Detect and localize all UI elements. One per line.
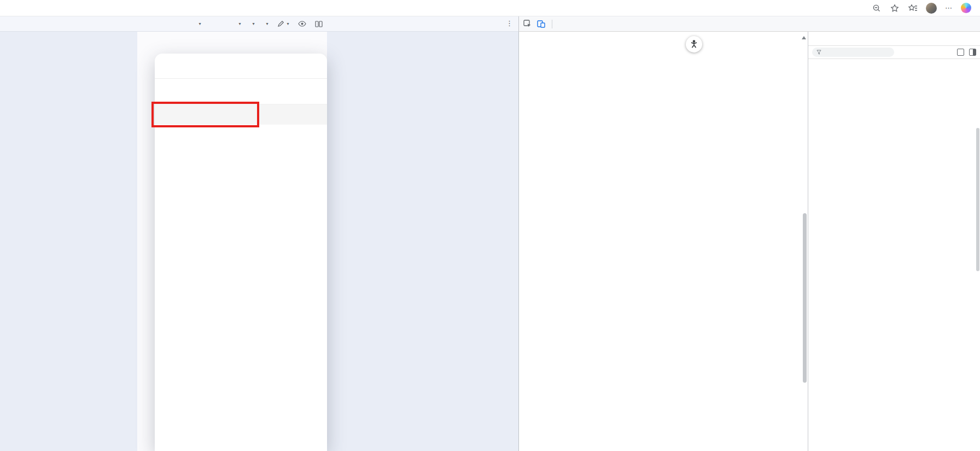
zoom-out-icon[interactable] (872, 3, 882, 13)
section-title (155, 104, 327, 125)
styles-toolbar (952, 49, 976, 56)
dual-screen-button[interactable] (315, 21, 323, 27)
throttling-select[interactable]: ▾ (249, 21, 254, 26)
divider (552, 20, 552, 28)
inspect-element-icon[interactable] (523, 20, 532, 28)
modal-header (155, 54, 327, 79)
browser-more-icon[interactable]: ⋯ (945, 4, 953, 12)
rendering-icon[interactable] (957, 49, 964, 56)
type-emulation-button[interactable]: ▾ (277, 20, 289, 27)
device-select[interactable]: ▾ (196, 21, 201, 26)
chevron-down-icon: ▾ (287, 21, 289, 26)
chevron-down-icon: ▾ (199, 21, 201, 26)
page-area (0, 32, 518, 451)
chevron-down-icon: ▾ (266, 21, 269, 26)
devtools-tool-icons (558, 16, 569, 31)
modal-tabs (155, 79, 327, 104)
styles-filter-bar (808, 46, 980, 59)
language-currency-modal (155, 54, 327, 451)
devtools-left-tools (519, 16, 558, 31)
styles-scrollbar[interactable] (976, 128, 979, 271)
favorites-bar-icon[interactable] (908, 3, 918, 13)
vision-deficiency-button[interactable] (298, 21, 306, 27)
copilot-icon[interactable] (961, 3, 971, 13)
chevron-down-icon: ▾ (252, 21, 254, 26)
elements-panel[interactable] (518, 32, 808, 451)
devtools-tabbar (518, 16, 980, 32)
chevron-down-icon: ▾ (238, 21, 241, 26)
device-toolbar-options-icon[interactable]: ⋮ (506, 19, 513, 27)
scrollbar-up-icon[interactable] (802, 36, 806, 39)
accessibility-focus-button[interactable] (686, 36, 702, 52)
main-row (0, 32, 980, 451)
device-toolbar-toggle-icon[interactable] (537, 20, 545, 28)
device-toolbar: ▾ ▾ ▾ ▾ ▾ ⋮ (0, 16, 518, 32)
sidebar-tab-strip (808, 32, 980, 46)
elements-scrollbar[interactable] (803, 213, 807, 383)
computed-sidebar-icon[interactable] (969, 49, 976, 56)
favorite-star-icon[interactable] (890, 3, 900, 13)
browser-top-bar: ⋯ (0, 0, 980, 16)
filter-input[interactable] (812, 48, 894, 57)
styles-panel (808, 32, 980, 451)
devtools-window-icons (965, 16, 980, 31)
save-data-select[interactable]: ▾ (264, 21, 269, 26)
sub-bar: ▾ ▾ ▾ ▾ ▾ ⋮ (0, 16, 980, 32)
zoom-select[interactable]: ▾ (236, 21, 241, 26)
profile-avatar[interactable] (926, 3, 937, 14)
browser-actions: ⋯ (872, 3, 971, 14)
emulated-viewport (137, 32, 327, 451)
